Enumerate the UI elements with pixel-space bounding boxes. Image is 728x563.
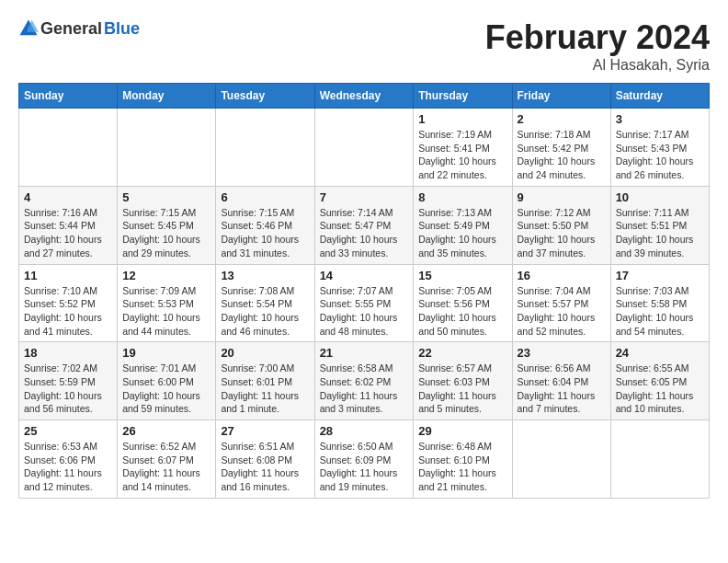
logo-general: General xyxy=(40,19,102,39)
calendar-week-row-3: 11Sunrise: 7:10 AM Sunset: 5:52 PM Dayli… xyxy=(19,264,710,342)
day-info: Sunrise: 7:04 AM Sunset: 5:57 PM Dayligh… xyxy=(518,284,606,339)
day-number: 28 xyxy=(320,424,409,438)
day-number: 16 xyxy=(518,269,606,282)
day-number: 15 xyxy=(418,269,506,282)
day-number: 10 xyxy=(616,190,704,204)
day-info: Sunrise: 6:58 AM Sunset: 6:02 PM Dayligh… xyxy=(320,362,409,416)
calendar-cell: 24Sunrise: 6:55 AM Sunset: 6:05 PM Dayli… xyxy=(610,342,709,420)
day-info: Sunrise: 7:07 AM Sunset: 5:55 PM Dayligh… xyxy=(320,284,409,339)
header: GeneralBlue February 2024 Al Hasakah, Sy… xyxy=(18,18,710,74)
day-number: 26 xyxy=(122,424,210,438)
calendar-cell: 20Sunrise: 7:00 AM Sunset: 6:01 PM Dayli… xyxy=(216,342,314,420)
day-number: 7 xyxy=(320,190,409,204)
weekday-header-row: SundayMondayTuesdayWednesdayThursdayFrid… xyxy=(19,84,710,109)
day-info: Sunrise: 7:11 AM Sunset: 5:51 PM Dayligh… xyxy=(616,206,704,260)
day-info: Sunrise: 7:17 AM Sunset: 5:43 PM Dayligh… xyxy=(616,128,704,182)
day-number: 1 xyxy=(418,112,506,126)
calendar-cell: 16Sunrise: 7:04 AM Sunset: 5:57 PM Dayli… xyxy=(512,264,610,342)
calendar-cell: 21Sunrise: 6:58 AM Sunset: 6:02 PM Dayli… xyxy=(314,342,414,420)
weekday-header-friday: Friday xyxy=(512,84,610,109)
calendar-cell: 18Sunrise: 7:02 AM Sunset: 5:59 PM Dayli… xyxy=(19,342,118,420)
weekday-header-saturday: Saturday xyxy=(610,84,709,109)
weekday-header-tuesday: Tuesday xyxy=(216,84,314,109)
weekday-header-wednesday: Wednesday xyxy=(314,84,414,109)
calendar-cell: 3Sunrise: 7:17 AM Sunset: 5:43 PM Daylig… xyxy=(610,109,709,187)
day-info: Sunrise: 7:13 AM Sunset: 5:49 PM Dayligh… xyxy=(418,206,506,260)
day-number: 5 xyxy=(122,190,210,204)
day-number: 17 xyxy=(616,269,704,282)
calendar-cell: 2Sunrise: 7:18 AM Sunset: 5:42 PM Daylig… xyxy=(512,109,610,187)
calendar-cell: 29Sunrise: 6:48 AM Sunset: 6:10 PM Dayli… xyxy=(414,420,512,499)
logo-blue: Blue xyxy=(104,19,140,39)
day-info: Sunrise: 6:55 AM Sunset: 6:05 PM Dayligh… xyxy=(616,362,704,416)
day-number: 27 xyxy=(221,424,309,438)
day-number: 25 xyxy=(24,424,112,438)
day-number: 4 xyxy=(24,190,112,204)
day-number: 21 xyxy=(320,346,409,360)
day-info: Sunrise: 6:50 AM Sunset: 6:09 PM Dayligh… xyxy=(320,440,409,494)
day-info: Sunrise: 7:14 AM Sunset: 5:47 PM Dayligh… xyxy=(320,206,409,260)
weekday-header-thursday: Thursday xyxy=(414,84,512,109)
calendar-cell: 1Sunrise: 7:19 AM Sunset: 5:41 PM Daylig… xyxy=(414,109,512,187)
day-info: Sunrise: 7:03 AM Sunset: 5:58 PM Dayligh… xyxy=(616,284,704,339)
day-info: Sunrise: 6:48 AM Sunset: 6:10 PM Dayligh… xyxy=(418,440,506,494)
day-number: 29 xyxy=(418,424,506,438)
logo-icon xyxy=(18,18,39,39)
day-number: 14 xyxy=(320,269,409,282)
calendar-cell xyxy=(610,420,709,499)
calendar-cell: 9Sunrise: 7:12 AM Sunset: 5:50 PM Daylig… xyxy=(512,186,610,264)
calendar-cell: 23Sunrise: 6:56 AM Sunset: 6:04 PM Dayli… xyxy=(512,342,610,420)
weekday-header-monday: Monday xyxy=(118,84,216,109)
day-number: 24 xyxy=(616,346,704,360)
day-number: 20 xyxy=(221,346,309,360)
calendar-table: SundayMondayTuesdayWednesdayThursdayFrid… xyxy=(18,83,710,499)
day-number: 6 xyxy=(221,190,309,204)
calendar-cell xyxy=(314,109,414,187)
calendar-cell xyxy=(512,420,610,499)
title-block: February 2024 Al Hasakah, Syria xyxy=(485,18,710,74)
day-number: 9 xyxy=(518,190,606,204)
calendar-week-row-1: 1Sunrise: 7:19 AM Sunset: 5:41 PM Daylig… xyxy=(19,109,710,187)
location-subtitle: Al Hasakah, Syria xyxy=(485,57,710,74)
calendar-cell: 27Sunrise: 6:51 AM Sunset: 6:08 PM Dayli… xyxy=(216,420,314,499)
day-info: Sunrise: 7:09 AM Sunset: 5:53 PM Dayligh… xyxy=(122,284,210,339)
calendar-week-row-4: 18Sunrise: 7:02 AM Sunset: 5:59 PM Dayli… xyxy=(19,342,710,420)
day-number: 13 xyxy=(221,269,309,282)
day-info: Sunrise: 7:02 AM Sunset: 5:59 PM Dayligh… xyxy=(24,362,112,416)
day-info: Sunrise: 7:10 AM Sunset: 5:52 PM Dayligh… xyxy=(24,284,112,339)
day-info: Sunrise: 7:08 AM Sunset: 5:54 PM Dayligh… xyxy=(221,284,309,339)
day-info: Sunrise: 6:56 AM Sunset: 6:04 PM Dayligh… xyxy=(518,362,606,416)
day-info: Sunrise: 7:19 AM Sunset: 5:41 PM Dayligh… xyxy=(418,128,506,182)
day-info: Sunrise: 7:12 AM Sunset: 5:50 PM Dayligh… xyxy=(518,206,606,260)
calendar-cell: 15Sunrise: 7:05 AM Sunset: 5:56 PM Dayli… xyxy=(414,264,512,342)
calendar-cell: 6Sunrise: 7:15 AM Sunset: 5:46 PM Daylig… xyxy=(216,186,314,264)
calendar-cell: 12Sunrise: 7:09 AM Sunset: 5:53 PM Dayli… xyxy=(118,264,216,342)
day-number: 19 xyxy=(122,346,210,360)
calendar-cell: 8Sunrise: 7:13 AM Sunset: 5:49 PM Daylig… xyxy=(414,186,512,264)
day-info: Sunrise: 6:57 AM Sunset: 6:03 PM Dayligh… xyxy=(418,362,506,416)
calendar-cell: 11Sunrise: 7:10 AM Sunset: 5:52 PM Dayli… xyxy=(19,264,118,342)
calendar-cell: 7Sunrise: 7:14 AM Sunset: 5:47 PM Daylig… xyxy=(314,186,414,264)
day-info: Sunrise: 7:15 AM Sunset: 5:45 PM Dayligh… xyxy=(122,206,210,260)
calendar-cell: 26Sunrise: 6:52 AM Sunset: 6:07 PM Dayli… xyxy=(118,420,216,499)
day-info: Sunrise: 7:00 AM Sunset: 6:01 PM Dayligh… xyxy=(221,362,309,416)
calendar-cell xyxy=(118,109,216,187)
day-number: 2 xyxy=(518,112,606,126)
calendar-cell: 17Sunrise: 7:03 AM Sunset: 5:58 PM Dayli… xyxy=(610,264,709,342)
day-info: Sunrise: 6:52 AM Sunset: 6:07 PM Dayligh… xyxy=(122,440,210,494)
calendar-cell: 14Sunrise: 7:07 AM Sunset: 5:55 PM Dayli… xyxy=(314,264,414,342)
calendar-cell: 10Sunrise: 7:11 AM Sunset: 5:51 PM Dayli… xyxy=(610,186,709,264)
day-number: 3 xyxy=(616,112,704,126)
day-info: Sunrise: 7:05 AM Sunset: 5:56 PM Dayligh… xyxy=(418,284,506,339)
calendar-cell xyxy=(216,109,314,187)
day-number: 11 xyxy=(24,269,112,282)
day-number: 22 xyxy=(418,346,506,360)
day-number: 12 xyxy=(122,269,210,282)
day-info: Sunrise: 7:18 AM Sunset: 5:42 PM Dayligh… xyxy=(518,128,606,182)
day-number: 23 xyxy=(518,346,606,360)
logo: GeneralBlue xyxy=(18,18,140,39)
calendar-cell: 4Sunrise: 7:16 AM Sunset: 5:44 PM Daylig… xyxy=(19,186,118,264)
calendar-week-row-2: 4Sunrise: 7:16 AM Sunset: 5:44 PM Daylig… xyxy=(19,186,710,264)
day-info: Sunrise: 7:01 AM Sunset: 6:00 PM Dayligh… xyxy=(122,362,210,416)
day-info: Sunrise: 6:53 AM Sunset: 6:06 PM Dayligh… xyxy=(24,440,112,494)
